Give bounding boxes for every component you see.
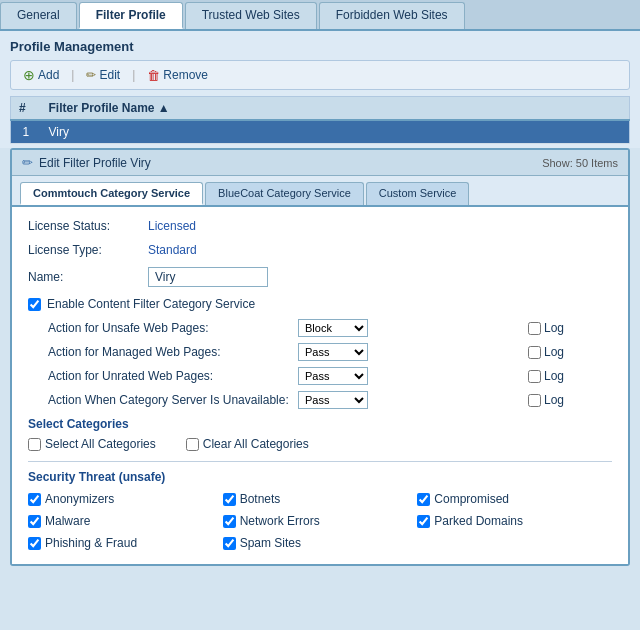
license-status-label: License Status:: [28, 219, 148, 233]
phishing-label: Phishing & Fraud: [45, 536, 137, 550]
license-type-value: Standard: [148, 243, 197, 257]
malware-label: Malware: [45, 514, 90, 528]
action-unavailable-label: Action When Category Server Is Unavailab…: [48, 393, 298, 407]
action-unavailable-log: Log: [528, 393, 564, 407]
action-unavailable-combo: PassBlockWarn: [298, 391, 368, 409]
col-number: #: [11, 97, 41, 121]
action-managed-row: Action for Managed Web Pages: PassBlockW…: [28, 343, 612, 361]
action-unrated-label: Action for Unrated Web Pages:: [48, 369, 298, 383]
license-status-row: License Status: Licensed: [28, 219, 612, 233]
row-name: Viry: [41, 120, 630, 144]
license-type-row: License Type: Standard: [28, 243, 612, 257]
action-unsafe-log-checkbox[interactable]: [528, 322, 541, 335]
tab-general[interactable]: General: [0, 2, 77, 29]
log-label-3: Log: [544, 369, 564, 383]
select-all-action[interactable]: Select All Categories: [28, 437, 156, 451]
malware-checkbox[interactable]: [28, 515, 41, 528]
action-unsafe-row: Action for Unsafe Web Pages: BlockPassWa…: [28, 319, 612, 337]
anonymizers-checkbox[interactable]: [28, 493, 41, 506]
action-unrated-combo: PassBlockWarn: [298, 367, 368, 385]
action-managed-log-checkbox[interactable]: [528, 346, 541, 359]
toolbar: ⊕ Add | ✏ Edit | 🗑 Remove: [10, 60, 630, 90]
network-errors-checkbox[interactable]: [223, 515, 236, 528]
profile-management-section: Profile Management ⊕ Add | ✏ Edit | 🗑 Re…: [0, 31, 640, 148]
edit-panel-icon: ✏: [22, 155, 33, 170]
select-all-label: Select All Categories: [45, 437, 156, 451]
select-categories-title: Select Categories: [28, 417, 612, 431]
name-row: Name:: [28, 267, 612, 287]
action-managed-label: Action for Managed Web Pages:: [48, 345, 298, 359]
compromised-checkbox[interactable]: [417, 493, 430, 506]
action-unsafe-select[interactable]: BlockPassWarn: [298, 319, 368, 337]
edit-panel-title: ✏ Edit Filter Profile Viry Show: 50 Item…: [12, 150, 628, 176]
add-button[interactable]: ⊕ Add: [19, 65, 63, 85]
network-errors-label: Network Errors: [240, 514, 320, 528]
parked-domains-label: Parked Domains: [434, 514, 523, 528]
separator-2: |: [132, 68, 135, 82]
edit-button[interactable]: ✏ Edit: [82, 66, 124, 84]
tab-custom-service[interactable]: Custom Service: [366, 182, 470, 205]
edit-panel: ✏ Edit Filter Profile Viry Show: 50 Item…: [10, 148, 630, 566]
spam-sites-checkbox[interactable]: [223, 537, 236, 550]
edit-panel-title-text: Edit Filter Profile Viry: [39, 156, 151, 170]
action-unrated-select[interactable]: PassBlockWarn: [298, 367, 368, 385]
remove-icon: 🗑: [147, 68, 160, 83]
botnets-checkbox[interactable]: [223, 493, 236, 506]
compromised-label: Compromised: [434, 492, 509, 506]
clear-all-checkbox[interactable]: [186, 438, 199, 451]
log-label-2: Log: [544, 345, 564, 359]
show-items: Show: 50 Items: [542, 157, 618, 169]
action-unavailable-log-checkbox[interactable]: [528, 394, 541, 407]
phishing-checkbox[interactable]: [28, 537, 41, 550]
table-row[interactable]: 1 Viry: [11, 120, 630, 144]
action-unrated-log: Log: [528, 369, 564, 383]
top-tab-bar: General Filter Profile Trusted Web Sites…: [0, 0, 640, 31]
tab-forbidden-web-sites[interactable]: Forbidden Web Sites: [319, 2, 465, 29]
commtouch-tab-content: License Status: Licensed License Type: S…: [12, 207, 628, 564]
security-item-anonymizers: Anonymizers: [28, 490, 223, 508]
action-unavailable-select[interactable]: PassBlockWarn: [298, 391, 368, 409]
security-item-botnets: Botnets: [223, 490, 418, 508]
spam-sites-label: Spam Sites: [240, 536, 301, 550]
profile-management-title: Profile Management: [10, 39, 630, 54]
action-unsafe-label: Action for Unsafe Web Pages:: [48, 321, 298, 335]
security-items-grid: Anonymizers Botnets Compromised Malware …: [28, 490, 612, 552]
action-unrated-log-checkbox[interactable]: [528, 370, 541, 383]
separator-1: |: [71, 68, 74, 82]
edit-icon: ✏: [86, 68, 96, 82]
enable-checkbox-label: Enable Content Filter Category Service: [47, 297, 255, 311]
license-status-value: Licensed: [148, 219, 196, 233]
enable-checkbox[interactable]: [28, 298, 41, 311]
security-item-phishing: Phishing & Fraud: [28, 534, 223, 552]
log-label-4: Log: [544, 393, 564, 407]
add-icon: ⊕: [23, 67, 35, 83]
license-type-label: License Type:: [28, 243, 148, 257]
tab-filter-profile[interactable]: Filter Profile: [79, 2, 183, 29]
security-threat-section: Security Threat (unsafe) Anonymizers Bot…: [28, 461, 612, 552]
remove-button[interactable]: 🗑 Remove: [143, 66, 212, 85]
enable-checkbox-row: Enable Content Filter Category Service: [28, 297, 612, 311]
log-label-1: Log: [544, 321, 564, 335]
clear-all-action[interactable]: Clear All Categories: [186, 437, 309, 451]
select-all-checkbox[interactable]: [28, 438, 41, 451]
security-item-spam-sites: Spam Sites: [223, 534, 418, 552]
anonymizers-label: Anonymizers: [45, 492, 114, 506]
action-managed-log: Log: [528, 345, 564, 359]
action-unavailable-row: Action When Category Server Is Unavailab…: [28, 391, 612, 409]
tab-commtouch[interactable]: Commtouch Category Service: [20, 182, 203, 205]
action-unsafe-combo: BlockPassWarn: [298, 319, 368, 337]
action-managed-select[interactable]: PassBlockWarn: [298, 343, 368, 361]
col-name[interactable]: Filter Profile Name ▲: [41, 97, 630, 121]
security-item-compromised: Compromised: [417, 490, 612, 508]
parked-domains-checkbox[interactable]: [417, 515, 430, 528]
inner-tab-bar: Commtouch Category Service BlueCoat Cate…: [12, 176, 628, 207]
tab-bluecoat[interactable]: BlueCoat Category Service: [205, 182, 364, 205]
profile-table: # Filter Profile Name ▲ 1 Viry: [10, 96, 630, 144]
category-actions: Select All Categories Clear All Categori…: [28, 437, 612, 451]
action-unsafe-log: Log: [528, 321, 564, 335]
botnets-label: Botnets: [240, 492, 281, 506]
security-item-parked-domains: Parked Domains: [417, 512, 612, 530]
tab-trusted-web-sites[interactable]: Trusted Web Sites: [185, 2, 317, 29]
name-input[interactable]: [148, 267, 268, 287]
row-num: 1: [11, 120, 41, 144]
